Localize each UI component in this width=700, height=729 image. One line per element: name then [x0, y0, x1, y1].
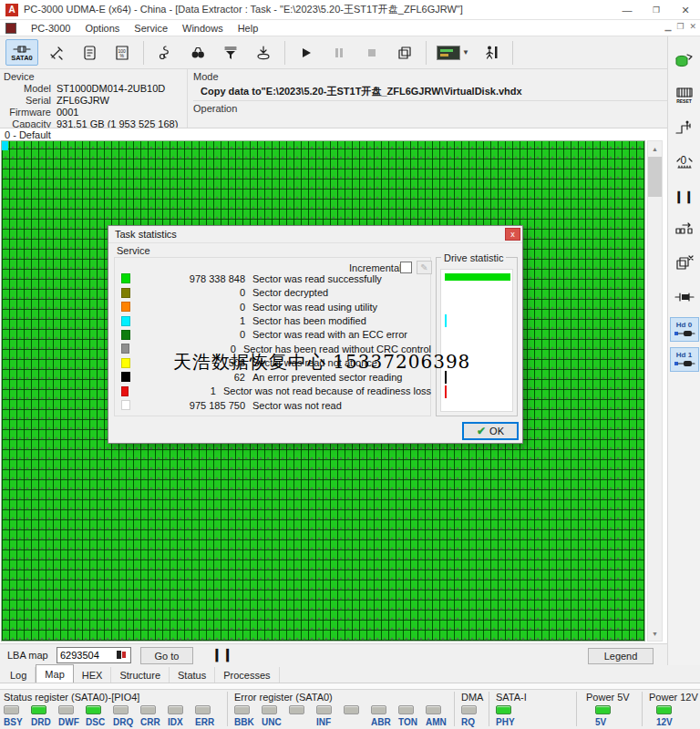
- dialog-close-button[interactable]: x: [505, 228, 520, 241]
- scrollbar-thumb[interactable]: [648, 157, 662, 197]
- led-unc: [262, 705, 277, 714]
- head-1-icon: [674, 359, 695, 368]
- minimize-button[interactable]: —: [612, 0, 642, 20]
- dialog-title-bar[interactable]: Task statistics x: [108, 226, 522, 243]
- app-icon: A: [5, 4, 18, 16]
- menu-pc3000[interactable]: PC-3000: [24, 23, 77, 34]
- map-scrollbar[interactable]: ▲ ▼: [647, 140, 663, 642]
- device-panel: Device ModelST1000DM014-2UB10D SerialZFL…: [0, 69, 188, 128]
- eject-button[interactable]: [249, 39, 278, 66]
- led-amn: [426, 705, 441, 714]
- ok-button[interactable]: ✔ OK: [462, 422, 519, 440]
- copy-results-button[interactable]: [390, 39, 419, 66]
- check-icon: ✔: [477, 425, 486, 437]
- scroll-down-arrow[interactable]: ▼: [648, 626, 662, 641]
- tab-hex[interactable]: HEX: [74, 667, 112, 683]
- power-circuit-button[interactable]: [671, 115, 698, 142]
- svg-text:%: %: [120, 53, 125, 58]
- close-button[interactable]: ✕: [671, 0, 700, 20]
- pause-button[interactable]: [324, 39, 354, 66]
- tab-strip: [0, 683, 700, 690]
- script-button[interactable]: [75, 39, 104, 66]
- start-button[interactable]: [292, 39, 321, 66]
- task-statistics-dialog: Task statistics x Service Incremental ✎ …: [108, 225, 523, 444]
- disk-copy-button[interactable]: [671, 47, 698, 75]
- sata0-port-button[interactable]: SATA0: [5, 39, 38, 66]
- soft-pause-button[interactable]: ❙❙: [671, 182, 698, 210]
- play-icon: [299, 46, 314, 60]
- stop-button[interactable]: [357, 39, 386, 66]
- led-err: [195, 705, 211, 714]
- title-bar: A PC-3000 UDMA-E (x64) - China - [Data E…: [0, 0, 700, 20]
- recalibrate-button[interactable]: 0: [671, 149, 698, 176]
- map-view-button[interactable]: ▼: [433, 39, 473, 66]
- statistics-rows: 978 338 848Sector was read successfully …: [118, 272, 431, 412]
- stat-row-ecc-error: 0Sector was read with an ECC error: [118, 328, 431, 342]
- scroll-up-arrow[interactable]: ▲: [648, 141, 662, 156]
- utility-button[interactable]: 100%: [108, 39, 137, 66]
- led-dsc: [86, 705, 101, 714]
- tab-log[interactable]: Log: [2, 667, 36, 683]
- dma-group: DMA RQ: [461, 692, 492, 727]
- head-0-button[interactable]: Hd 0: [670, 317, 699, 342]
- tab-structure[interactable]: Structure: [111, 667, 170, 683]
- chart-tick-modified: [445, 314, 447, 327]
- lba-format-icon[interactable]: [117, 651, 126, 659]
- info-panel: Device ModelST1000DM014-2UB10D SerialZFL…: [0, 69, 667, 128]
- terminal-button[interactable]: [671, 283, 698, 311]
- tab-map[interactable]: Map: [36, 664, 73, 683]
- menu-help[interactable]: Help: [231, 23, 266, 34]
- firmware-value: 0001: [57, 107, 78, 118]
- exit-person-icon: [483, 45, 499, 61]
- serial-label: Serial: [4, 95, 51, 106]
- chart-bar-read-ok: [445, 273, 510, 281]
- sata-group: SATA-I PHY: [496, 692, 527, 727]
- mode-panel-title: Mode: [193, 71, 667, 82]
- swatch-read-ok: [121, 273, 130, 283]
- filter-button[interactable]: [216, 39, 245, 66]
- swatch-readiness-loss: [121, 386, 129, 396]
- dialog-menu-service[interactable]: Service: [117, 245, 150, 256]
- maximize-button[interactable]: ❐: [642, 0, 671, 20]
- layers-close-icon: [674, 253, 695, 273]
- operation-label: Operation: [193, 103, 667, 114]
- menu-bar: PC-3000 Options Service Windows Help: [0, 20, 700, 36]
- chevron-down-icon: ▼: [462, 48, 469, 56]
- right-toolbar: RESET 0 ❙❙ Hd 0 Hd 1: [667, 36, 700, 690]
- menu-service[interactable]: Service: [127, 23, 175, 34]
- led-mcr: [344, 705, 359, 714]
- jump-to-button[interactable]: [671, 216, 698, 243]
- close-copies-button[interactable]: [671, 250, 698, 277]
- head-1-button[interactable]: Hd 1: [670, 347, 699, 372]
- status-bar: Status register (SATA0)-[PIO4] BSY DRD D…: [0, 690, 700, 729]
- mode-value: Copy data to"E:\2023\5.20-王ST1T开盘_ZFL6GJ…: [201, 85, 667, 98]
- menu-windows[interactable]: Windows: [175, 23, 231, 34]
- tools-button[interactable]: [42, 39, 71, 66]
- chart-tick-readiness-loss: [445, 385, 447, 398]
- search-button[interactable]: [183, 39, 212, 66]
- power12v-group: Power 12V 12V: [649, 692, 698, 727]
- copy-icon: [396, 45, 413, 61]
- tab-processes[interactable]: Processes: [215, 667, 279, 683]
- exit-task-button[interactable]: [477, 39, 506, 66]
- tools-icon: [48, 45, 65, 61]
- menu-options[interactable]: Options: [77, 23, 127, 34]
- tab-status[interactable]: Status: [170, 667, 215, 683]
- drive-statistic-chart: [440, 269, 513, 412]
- swatch-utility: [121, 302, 130, 312]
- stat-row-not-read: 975 185 750Sector was not read: [118, 398, 431, 412]
- legend-button[interactable]: Legend: [588, 648, 654, 664]
- reset-button[interactable]: RESET: [671, 81, 698, 108]
- main-toolbar: SATA0 100% ▼: [0, 36, 700, 69]
- goto-button[interactable]: Go to: [140, 647, 193, 664]
- green-disk-icon: [674, 51, 695, 71]
- swatch-error-prevented: [121, 372, 130, 382]
- led-ton: [398, 705, 414, 714]
- current-block-marker: [2, 141, 8, 150]
- jump-icon: [674, 222, 695, 237]
- zero-track-icon: 0: [674, 152, 695, 172]
- chain-button[interactable]: [150, 39, 180, 66]
- led-inf: [316, 705, 332, 714]
- mdi-window-controls[interactable]: ▁❐✕: [664, 22, 696, 31]
- map-pause-indicator: ❙❙: [211, 647, 232, 662]
